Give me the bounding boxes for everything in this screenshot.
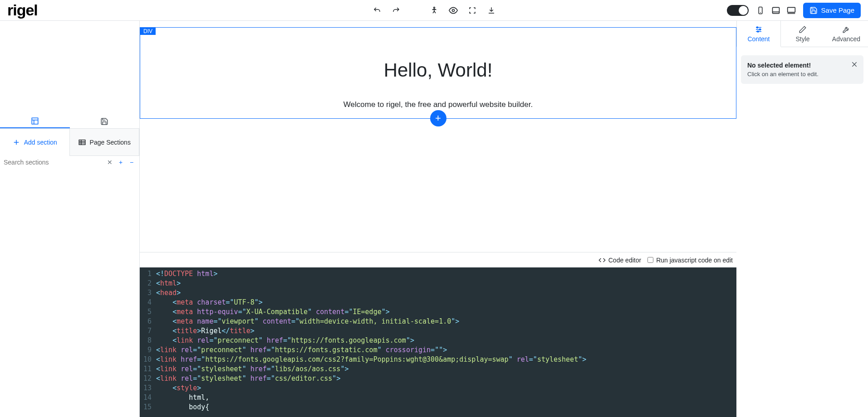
info-title: No selected element! — [747, 62, 857, 69]
expand-sections-icon[interactable]: + — [117, 159, 125, 166]
pencil-icon — [799, 25, 807, 34]
canvas-heading[interactable]: Hello, World! — [149, 59, 727, 81]
search-sections-input[interactable] — [4, 159, 103, 166]
tab-advanced[interactable]: Advanced — [824, 21, 868, 47]
add-section-label: Add section — [24, 139, 57, 146]
table-icon — [78, 138, 86, 146]
tab-content[interactable]: Content — [736, 21, 781, 47]
element-badge: DIV — [140, 28, 156, 35]
sliders-icon — [755, 25, 763, 34]
tab-style-label: Style — [795, 35, 809, 43]
tab-advanced-label: Advanced — [832, 35, 860, 43]
collapse-sections-icon[interactable]: − — [128, 159, 136, 166]
selected-element[interactable]: DIV Hello, World! Welcome to rigel, the … — [140, 27, 736, 119]
code-editor[interactable]: 1<!DOCTYPE html>2<html>3<head>4 <meta ch… — [140, 267, 736, 417]
download-icon[interactable] — [487, 6, 496, 15]
svg-point-22 — [757, 31, 759, 32]
save-outline-icon — [100, 117, 108, 126]
redo-icon[interactable] — [392, 6, 401, 15]
canvas-subheading[interactable]: Welcome to rigel, the free and powerful … — [149, 100, 727, 109]
left-tab-sections[interactable] — [0, 115, 70, 128]
svg-rect-6 — [787, 7, 795, 12]
layout-icon — [31, 117, 39, 125]
plus-icon — [12, 138, 20, 146]
left-tab-saved[interactable] — [70, 115, 140, 128]
svg-point-1 — [452, 9, 454, 11]
tab-style[interactable]: Style — [781, 21, 824, 47]
canvas-area: DIV Hello, World! Welcome to rigel, the … — [140, 21, 736, 417]
code-icon — [598, 257, 606, 264]
svg-rect-13 — [79, 140, 85, 145]
run-js-label: Run javascript code on edit — [656, 257, 733, 264]
topbar: rigel Save Page — [0, 0, 868, 21]
preview-icon[interactable] — [449, 6, 458, 15]
page-sections-tab[interactable]: Page Sections — [69, 129, 140, 156]
logo: rigel — [7, 1, 38, 19]
svg-point-21 — [760, 29, 761, 30]
run-js-toggle[interactable]: Run javascript code on edit — [647, 257, 733, 264]
add-element-button[interactable]: + — [430, 110, 446, 126]
undo-icon[interactable] — [373, 6, 382, 15]
info-text: Click on an element to edit. — [747, 71, 857, 78]
tools-icon — [842, 25, 850, 34]
fullscreen-icon[interactable] — [468, 6, 477, 15]
desktop-device-icon[interactable] — [787, 6, 796, 15]
mobile-device-icon[interactable] — [756, 6, 765, 15]
tab-content-label: Content — [747, 35, 770, 43]
dark-mode-toggle[interactable] — [727, 5, 749, 16]
accessibility-icon[interactable] — [430, 6, 439, 15]
code-editor-header: Code editor Run javascript code on edit — [140, 252, 736, 267]
tablet-device-icon[interactable] — [771, 6, 780, 15]
info-close-icon[interactable] — [851, 61, 858, 68]
code-editor-label: Code editor — [608, 257, 641, 264]
save-page-button[interactable]: Save Page — [803, 3, 861, 18]
save-icon — [809, 6, 818, 15]
clear-search-icon[interactable]: ✕ — [106, 159, 114, 166]
svg-point-20 — [757, 27, 758, 28]
svg-rect-4 — [772, 7, 779, 13]
no-selection-info: No selected element! Click on an element… — [741, 55, 863, 84]
add-section-tab[interactable]: Add section — [0, 129, 69, 156]
right-panel: Content Style Advanced No selected eleme… — [736, 21, 868, 417]
save-page-label: Save Page — [821, 6, 854, 14]
svg-rect-8 — [32, 118, 38, 124]
left-panel: Add section Page Sections ✕ + − — [0, 21, 140, 417]
page-sections-label: Page Sections — [90, 139, 131, 146]
run-js-checkbox[interactable] — [647, 257, 653, 263]
svg-point-0 — [433, 7, 435, 8]
